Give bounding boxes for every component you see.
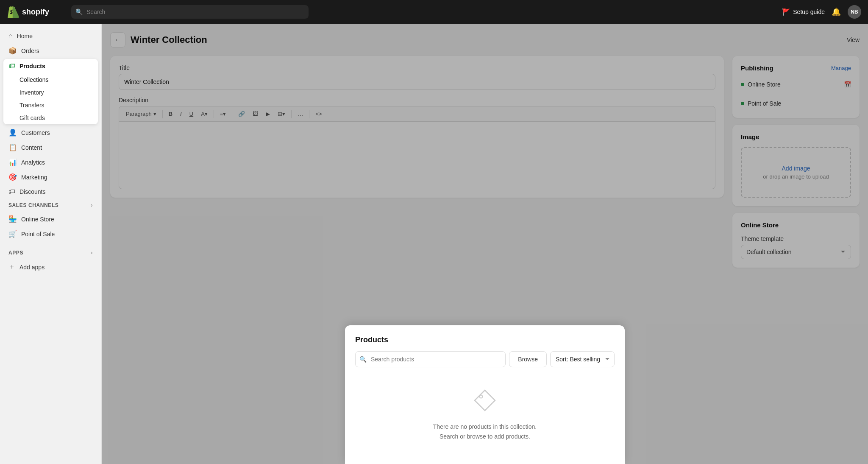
chevron-right-apps-icon: ›	[91, 250, 93, 256]
sidebar-item-discounts[interactable]: 🏷 Discounts	[3, 184, 98, 199]
products-empty-text: There are no products in this collection…	[433, 422, 537, 441]
marketing-icon: 🎯	[8, 173, 17, 181]
sidebar-label-discounts: Discounts	[19, 188, 45, 195]
setup-guide-label: Setup guide	[793, 8, 825, 15]
apps-label: Apps	[8, 250, 23, 256]
chevron-right-icon: ›	[91, 202, 93, 208]
products-empty-title: There are no products in this collection…	[433, 423, 537, 430]
apps-header[interactable]: Apps ›	[3, 246, 98, 259]
sidebar-item-customers[interactable]: 👤 Customers	[3, 125, 98, 140]
analytics-icon: 📊	[8, 158, 17, 166]
add-apps-item[interactable]: ＋ Add apps	[3, 259, 98, 275]
discounts-icon: 🏷	[8, 188, 15, 196]
sidebar-label-customers: Customers	[21, 129, 50, 136]
products-panel-title: Products	[355, 335, 615, 344]
sidebar-item-content[interactable]: 📋 Content	[3, 140, 98, 155]
products-search-row: 🔍 Browse Sort: Best selling Title A-Z Ti…	[355, 351, 615, 367]
sidebar-item-transfers[interactable]: Transfers	[3, 99, 98, 112]
products-search-input[interactable]	[355, 351, 506, 367]
sidebar-label-gift-cards: Gift cards	[19, 115, 45, 121]
sidebar-item-gift-cards[interactable]: Gift cards	[3, 112, 98, 124]
sidebar-item-products[interactable]: 🏷 Products	[3, 59, 98, 73]
add-apps-label: Add apps	[19, 264, 45, 271]
products-modal-overlay: Products 🔍 Browse Sort: Best selling Tit…	[102, 24, 868, 464]
sidebar-label-collections: Collections	[19, 76, 48, 83]
logo-text: shopify	[22, 8, 49, 17]
browse-button[interactable]: Browse	[509, 351, 547, 367]
add-icon: ＋	[8, 263, 15, 271]
orders-icon: 📦	[8, 47, 17, 55]
sidebar-item-marketing[interactable]: 🎯 Marketing	[3, 170, 98, 184]
sidebar-item-analytics[interactable]: 📊 Analytics	[3, 155, 98, 170]
sales-channels-label: Sales channels	[8, 202, 58, 208]
products-empty-state: There are no products in this collection…	[355, 376, 615, 454]
setup-guide-button[interactable]: 🚩 Setup guide	[782, 8, 825, 16]
sidebar-item-collections[interactable]: Collections	[3, 73, 98, 86]
products-icon: 🏷	[8, 62, 15, 70]
customers-icon: 👤	[8, 129, 17, 137]
content-area: ← Winter Collection View Title Descripti…	[102, 24, 868, 464]
tag-empty-icon	[473, 389, 497, 417]
sidebar-label-transfers: Transfers	[19, 102, 45, 109]
products-search-icon: 🔍	[359, 356, 367, 363]
notifications-button[interactable]: 🔔	[832, 7, 841, 17]
search-input[interactable]	[71, 5, 309, 19]
main-layout: ⌂ Home 📦 Orders 🏷 Products Collections I…	[0, 24, 868, 464]
sidebar-item-home[interactable]: ⌂ Home	[3, 29, 98, 43]
products-submenu: 🏷 Products Collections Inventory Transfe…	[3, 59, 98, 124]
products-modal-panel: Products 🔍 Browse Sort: Best selling Tit…	[345, 325, 625, 464]
point-of-sale-icon: 🛒	[8, 230, 17, 238]
sidebar-label-marketing: Marketing	[21, 174, 47, 181]
sidebar-label-home: Home	[17, 33, 33, 39]
svg-point-0	[480, 395, 483, 398]
sidebar-label-content: Content	[21, 144, 42, 151]
sidebar-label-analytics: Analytics	[21, 159, 45, 166]
flag-icon: 🚩	[782, 8, 790, 16]
content-icon: 📋	[8, 143, 17, 151]
avatar[interactable]: NB	[848, 5, 861, 19]
products-empty-sub: Search or browse to add products.	[440, 433, 530, 440]
sales-channels-header[interactable]: Sales channels ›	[3, 199, 98, 212]
logo[interactable]: shopify	[7, 6, 66, 18]
online-store-icon: 🏪	[8, 215, 17, 223]
sidebar-item-point-of-sale[interactable]: 🛒 Point of Sale	[3, 226, 98, 241]
sidebar-item-orders[interactable]: 📦 Orders	[3, 43, 98, 58]
topbar-right: 🚩 Setup guide 🔔 NB	[782, 5, 861, 19]
sidebar-label-online-store: Online Store	[21, 216, 54, 223]
sidebar-label-point-of-sale: Point of Sale	[21, 231, 55, 238]
search-bar[interactable]: 🔍	[71, 5, 309, 19]
home-icon: ⌂	[8, 32, 13, 40]
sidebar-item-online-store[interactable]: 🏪 Online Store	[3, 212, 98, 226]
sidebar-label-products: Products	[19, 63, 45, 70]
sidebar: ⌂ Home 📦 Orders 🏷 Products Collections I…	[0, 24, 102, 464]
search-icon: 🔍	[75, 8, 83, 15]
sort-select[interactable]: Sort: Best selling Title A-Z Title Z-A	[550, 351, 615, 367]
topbar: shopify 🔍 🚩 Setup guide 🔔 NB	[0, 0, 868, 24]
products-search-wrap: 🔍	[355, 351, 506, 367]
sidebar-item-inventory[interactable]: Inventory	[3, 86, 98, 99]
sidebar-label-inventory: Inventory	[19, 89, 44, 96]
sidebar-label-orders: Orders	[21, 48, 39, 54]
